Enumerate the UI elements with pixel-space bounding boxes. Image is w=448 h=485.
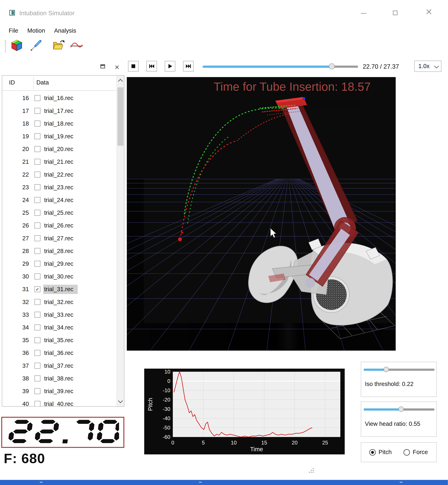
trial-label[interactable]: trial_34.rec: [43, 323, 78, 332]
scroll-down-button[interactable]: [117, 398, 124, 405]
trial-checkbox[interactable]: [34, 401, 40, 406]
iso-slider-thumb[interactable]: [384, 367, 389, 372]
trial-row[interactable]: 35trial_35.rec: [2, 334, 117, 347]
iso-threshold-slider[interactable]: [364, 366, 435, 373]
menu-item-file[interactable]: File: [5, 26, 22, 35]
trial-row[interactable]: 37trial_37.rec: [2, 359, 117, 372]
trial-row[interactable]: 19trial_19.rec: [2, 130, 117, 143]
trial-checkbox[interactable]: [34, 235, 40, 241]
trial-row[interactable]: 34trial_34.rec: [2, 321, 117, 334]
trial-row[interactable]: 28trial_28.rec: [2, 245, 117, 257]
trial-checkbox[interactable]: [34, 184, 40, 190]
trial-row[interactable]: 31✓trial_31.rec: [2, 283, 117, 295]
menu-item-analysis[interactable]: Analysis: [50, 26, 80, 35]
trial-label[interactable]: trial_17.rec: [43, 106, 78, 115]
trial-label[interactable]: trial_31.rec: [43, 285, 78, 294]
trial-label[interactable]: trial_22.rec: [43, 170, 78, 179]
trial-row[interactable]: 38trial_38.rec: [2, 372, 117, 385]
scrollbar-thumb[interactable]: [118, 87, 123, 146]
trial-checkbox[interactable]: [34, 121, 40, 127]
dock-close-button[interactable]: ×: [115, 62, 119, 72]
viewport-3d[interactable]: [127, 77, 396, 351]
menu-item-motion[interactable]: Motion: [24, 26, 49, 35]
trial-checkbox[interactable]: [34, 146, 40, 152]
trial-row[interactable]: 26trial_26.rec: [2, 219, 117, 232]
trial-label[interactable]: trial_16.rec: [43, 93, 78, 103]
trial-checkbox[interactable]: [34, 133, 40, 139]
trial-row[interactable]: 32trial_32.rec: [2, 295, 117, 308]
trial-row[interactable]: 16trial_16.rec: [2, 92, 117, 104]
play-button[interactable]: [165, 61, 175, 72]
trial-checkbox[interactable]: [34, 223, 40, 229]
skip-forward-button[interactable]: [183, 61, 194, 72]
trial-label[interactable]: trial_20.rec: [43, 144, 78, 154]
trial-checkbox[interactable]: [34, 197, 40, 203]
close-button[interactable]: ×: [423, 5, 434, 19]
trial-row[interactable]: 36trial_36.rec: [2, 347, 117, 359]
trial-label[interactable]: trial_18.rec: [43, 119, 78, 128]
minimize-button[interactable]: [359, 9, 368, 17]
trial-row[interactable]: 21trial_21.rec: [2, 155, 117, 168]
trial-label[interactable]: trial_23.rec: [43, 183, 78, 192]
trial-checkbox[interactable]: ✓: [34, 286, 40, 292]
skip-back-button[interactable]: [146, 61, 157, 72]
trial-row[interactable]: 18trial_18.rec: [2, 117, 117, 130]
trial-list[interactable]: ID Data 16trial_16.rec17trial_17.rec18tr…: [2, 75, 124, 406]
trial-row[interactable]: 25trial_25.rec: [2, 207, 117, 219]
radio-pitch[interactable]: [369, 449, 376, 456]
column-header-data[interactable]: Data: [36, 79, 49, 86]
trial-label[interactable]: trial_37.rec: [43, 361, 78, 370]
trial-label[interactable]: trial_40.rec: [43, 399, 78, 406]
trial-label[interactable]: trial_32.rec: [43, 297, 78, 307]
column-header-id[interactable]: ID: [9, 79, 15, 86]
trial-label[interactable]: trial_36.rec: [43, 348, 78, 358]
trial-label[interactable]: trial_38.rec: [43, 374, 78, 383]
view-head-ratio-slider[interactable]: [364, 406, 435, 412]
trial-checkbox[interactable]: [34, 325, 40, 330]
trial-label[interactable]: trial_19.rec: [43, 132, 78, 141]
toolbar-button-3d-model[interactable]: [11, 39, 24, 53]
seek-slider[interactable]: [203, 64, 358, 70]
trial-row[interactable]: 23trial_23.rec: [2, 181, 117, 194]
radio-force[interactable]: [403, 449, 410, 456]
toolbar-handle[interactable]: [5, 40, 6, 52]
trial-checkbox[interactable]: [34, 210, 40, 216]
trial-row[interactable]: 24trial_24.rec: [2, 194, 117, 207]
view-slider-thumb[interactable]: [398, 407, 404, 412]
trial-label[interactable]: trial_25.rec: [43, 208, 78, 217]
trial-row[interactable]: 30trial_30.rec: [2, 270, 117, 283]
trial-label[interactable]: trial_39.rec: [43, 387, 78, 396]
trial-checkbox[interactable]: [34, 248, 40, 254]
trial-checkbox[interactable]: [34, 350, 40, 356]
trial-row[interactable]: 40trial_40.rec: [2, 398, 117, 406]
trial-checkbox[interactable]: [34, 375, 40, 382]
trial-label[interactable]: trial_24.rec: [43, 195, 78, 205]
trial-checkbox[interactable]: [34, 388, 40, 394]
trial-checkbox[interactable]: [34, 299, 40, 305]
trial-row[interactable]: 17trial_17.rec: [2, 104, 117, 117]
resize-grip[interactable]: [309, 468, 315, 474]
stop-button[interactable]: [128, 61, 139, 72]
dock-float-button[interactable]: [100, 64, 105, 68]
trial-checkbox[interactable]: [34, 108, 40, 114]
trial-checkbox[interactable]: [34, 273, 40, 279]
trial-checkbox[interactable]: [34, 312, 40, 318]
trial-label[interactable]: trial_21.rec: [43, 157, 78, 167]
trial-label[interactable]: trial_33.rec: [43, 310, 78, 319]
trial-checkbox[interactable]: [34, 172, 40, 177]
radio-force-label[interactable]: Force: [413, 449, 428, 456]
seek-slider-thumb[interactable]: [329, 64, 335, 69]
trial-checkbox[interactable]: [34, 95, 40, 101]
trial-label[interactable]: trial_29.rec: [43, 259, 78, 268]
trial-row[interactable]: 29trial_29.rec: [2, 257, 117, 270]
trial-row[interactable]: 39trial_39.rec: [2, 385, 117, 398]
trial-label[interactable]: trial_30.rec: [43, 272, 78, 281]
speed-select[interactable]: 1.0x: [414, 61, 441, 72]
trial-checkbox[interactable]: [34, 363, 40, 369]
trial-checkbox[interactable]: [34, 337, 40, 343]
toolbar-button-plot-curve[interactable]: [70, 39, 83, 53]
trial-row[interactable]: 20trial_20.rec: [2, 143, 117, 155]
scrollbar[interactable]: [117, 76, 124, 406]
scroll-up-button[interactable]: [117, 77, 124, 84]
trial-label[interactable]: trial_27.rec: [43, 233, 78, 243]
